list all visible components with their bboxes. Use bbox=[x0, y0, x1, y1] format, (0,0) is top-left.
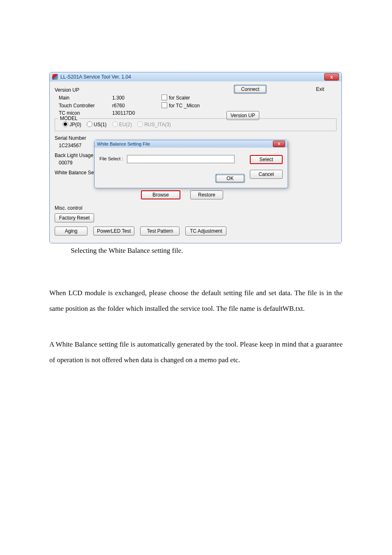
body-paragraph-1: When LCD module is exchanged, please cho… bbox=[49, 285, 343, 317]
testpattern-button[interactable]: Test Pattern bbox=[140, 227, 180, 236]
file-select-input[interactable] bbox=[127, 155, 235, 163]
restore-button[interactable]: Restore bbox=[190, 190, 223, 199]
dialog-ok-button[interactable]: OK bbox=[215, 174, 245, 183]
wb-file-dialog: White Balance Setting File x File Select… bbox=[94, 140, 288, 188]
label-for-tcmicon: for TC _Micon bbox=[169, 103, 200, 109]
dialog-titlebar: White Balance Setting File x bbox=[95, 140, 288, 148]
radio-jp-label: JP(0) bbox=[69, 122, 81, 127]
factory-reset-button[interactable]: Factory Reset bbox=[55, 213, 94, 222]
radio-eu-label: EU(2) bbox=[119, 122, 132, 127]
value-tcmicon: 130117D0 bbox=[112, 110, 145, 116]
radio-us-label: US(1) bbox=[94, 122, 106, 127]
connect-button[interactable]: Connect bbox=[234, 85, 267, 94]
label-tcmicon: TC micon bbox=[55, 110, 112, 116]
label-for-scaler: for Scaler bbox=[169, 95, 190, 101]
dialog-title: White Balance Setting File bbox=[97, 141, 150, 146]
section-version-up: Version UP bbox=[55, 87, 108, 93]
browse-button[interactable]: Browse bbox=[141, 190, 180, 199]
tc-adjustment-button[interactable]: TC Adjustment bbox=[185, 227, 226, 236]
aging-button[interactable]: Aging bbox=[55, 227, 88, 236]
app-icon bbox=[52, 74, 58, 80]
checkbox-for-scaler[interactable] bbox=[161, 95, 167, 100]
checkbox-for-tcmicon[interactable] bbox=[161, 102, 167, 108]
dialog-close-icon[interactable]: x bbox=[273, 141, 285, 147]
radio-rus-label: RUS_ITA(3) bbox=[144, 122, 171, 127]
close-icon[interactable]: x bbox=[324, 73, 339, 81]
body-paragraph-2: A White Balance setting file is automati… bbox=[49, 337, 343, 368]
radio-us[interactable] bbox=[87, 121, 92, 127]
dialog-cancel-button[interactable]: Cancel bbox=[250, 170, 283, 179]
value-main: 1.300 bbox=[112, 95, 145, 101]
exit-button[interactable]: Exit bbox=[304, 85, 337, 94]
label-touch: Touch Controller bbox=[55, 103, 112, 109]
window-title: LL-S201A Service Tool Ver. 1.04 bbox=[60, 74, 131, 80]
label-main: Main bbox=[55, 95, 112, 101]
window-client: Connect Exit Version UP Main 1.300 for S… bbox=[50, 81, 341, 243]
model-legend: MODEL bbox=[58, 116, 79, 121]
window-titlebar: LL-S201A Service Tool Ver. 1.04 x bbox=[50, 72, 341, 81]
misc-label: Misc. control bbox=[55, 205, 82, 211]
service-tool-window: LL-S201A Service Tool Ver. 1.04 x Connec… bbox=[49, 72, 342, 243]
serial-value: 1C234567 bbox=[55, 143, 81, 148]
blu-value: 00079 bbox=[55, 160, 72, 166]
radio-eu[interactable] bbox=[112, 121, 118, 127]
file-select-label: File Select : bbox=[99, 156, 123, 161]
powerled-button[interactable]: PowerLED Test bbox=[93, 227, 134, 236]
radio-jp[interactable] bbox=[62, 121, 68, 127]
value-touch: r6760 bbox=[112, 103, 145, 109]
dialog-select-button[interactable]: Select bbox=[250, 155, 283, 164]
radio-rus[interactable] bbox=[137, 121, 143, 127]
figure-caption: Selecting the White Balance setting file… bbox=[71, 247, 343, 255]
model-groupbox: MODEL JP(0) US(1) EU(2) RUS_ITA(3) bbox=[55, 118, 337, 131]
serial-label: Serial Number bbox=[55, 135, 86, 141]
